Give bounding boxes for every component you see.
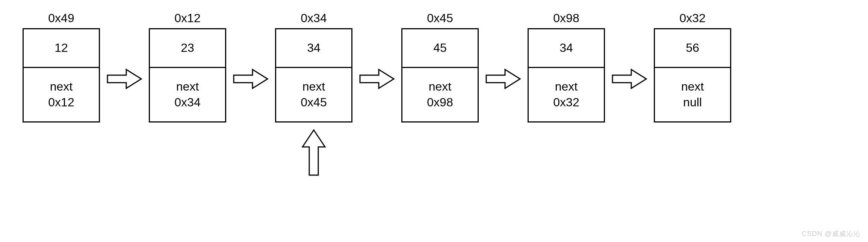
node-value: 12 [24,29,99,68]
next-address: 0x98 [427,95,453,110]
node-address: 0x34 [301,11,327,25]
watermark-text: CSDN @威威沁沁 [802,229,860,238]
arrow-right-icon [232,68,269,90]
next-address: null [683,95,702,110]
node-box: 12next0x12 [23,28,100,123]
node-next-cell: next0x12 [24,68,99,121]
node-box: 34next0x32 [528,28,605,123]
node-value: 34 [529,29,604,68]
next-label: next [429,79,451,95]
arrow-right-icon [358,68,396,90]
node-value: 23 [150,29,225,68]
node: 0x9834next0x32 [528,11,605,123]
arrow-right-icon [484,68,522,90]
node-next-cell: next0x98 [402,68,478,121]
node: 0x3434next0x45 [275,11,352,123]
next-address: 0x45 [301,95,327,110]
node-address: 0x49 [48,11,74,25]
node: 0x1223next0x34 [149,11,226,123]
next-address: 0x12 [48,95,74,110]
next-address: 0x34 [174,95,200,110]
next-label: next [555,79,578,95]
next-label: next [302,79,325,95]
node-box: 34next0x45 [275,28,352,123]
node: 0x4912next0x12 [23,11,100,123]
next-label: next [176,79,199,95]
next-label: next [681,79,704,95]
arrow-right-icon [106,68,143,90]
next-address: 0x32 [553,95,579,110]
node-box: 45next0x98 [401,28,479,123]
node-next-cell: nextnull [655,68,730,121]
node-address: 0x98 [553,11,579,25]
node: 0x4545next0x98 [401,11,479,123]
node-box: 23next0x34 [149,28,226,123]
node-address: 0x32 [679,11,705,25]
linked-list-diagram: 0x4912next0x120x1223next0x340x3434next0x… [8,8,860,123]
arrow-up-icon [301,128,327,178]
node-box: 56nextnull [654,28,731,123]
node-address: 0x45 [427,11,453,25]
node-next-cell: next0x45 [276,68,351,121]
node-value: 34 [276,29,351,68]
node-next-cell: next0x34 [150,68,225,121]
node-address: 0x12 [174,11,200,25]
node-next-cell: next0x32 [529,68,604,121]
node: 0x3256nextnull [654,11,731,123]
next-label: next [50,79,73,95]
arrow-right-icon [611,68,648,90]
node-value: 56 [655,29,730,68]
node-value: 45 [402,29,478,68]
